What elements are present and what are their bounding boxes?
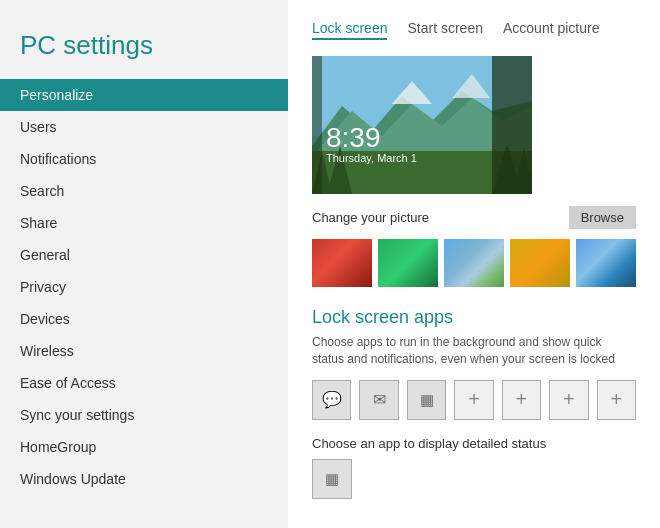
lock-screen-preview: 8:39 Thursday, March 1 (312, 56, 532, 194)
lock-screen-time-display: 8:39 Thursday, March 1 (326, 124, 417, 164)
app-add-button-4[interactable]: + (597, 380, 636, 420)
sidebar-item-share[interactable]: Share (0, 207, 288, 239)
sidebar-item-ease-of-access[interactable]: Ease of Access (0, 367, 288, 399)
chat-icon: 💬 (322, 390, 342, 409)
thumbnail-2[interactable] (378, 239, 438, 287)
sidebar-item-notifications[interactable]: Notifications (0, 143, 288, 175)
thumbnail-4[interactable] (510, 239, 570, 287)
tab-lock-screen[interactable]: Lock screen (312, 20, 387, 40)
calendar-icon: ▦ (420, 391, 434, 409)
tabs-bar: Lock screen Start screen Account picture (312, 20, 636, 40)
lock-screen-apps-row: 💬 ✉ ▦ + + + + (312, 380, 636, 420)
app-add-button-3[interactable]: + (549, 380, 588, 420)
lock-screen-time-value: 8:39 (326, 124, 417, 152)
add-icon-4: + (610, 388, 622, 411)
sidebar-item-users[interactable]: Users (0, 111, 288, 143)
app-icon-calendar[interactable]: ▦ (407, 380, 446, 420)
sidebar-item-search[interactable]: Search (0, 175, 288, 207)
sidebar-item-general[interactable]: General (0, 239, 288, 271)
change-picture-label: Change your picture (312, 210, 429, 225)
sidebar-item-privacy[interactable]: Privacy (0, 271, 288, 303)
detailed-status-app-icon[interactable]: ▦ (312, 459, 352, 499)
browse-button[interactable]: Browse (569, 206, 636, 229)
app-add-button-1[interactable]: + (454, 380, 493, 420)
app-icon-chat[interactable]: 💬 (312, 380, 351, 420)
main-content: Lock screen Start screen Account picture (288, 0, 660, 528)
sidebar-item-sync-your-settings[interactable]: Sync your settings (0, 399, 288, 431)
sidebar-item-devices[interactable]: Devices (0, 303, 288, 335)
lock-screen-apps-desc: Choose apps to run in the background and… (312, 334, 632, 368)
change-picture-row: Change your picture Browse (312, 206, 636, 229)
add-icon-3: + (563, 388, 575, 411)
add-icon-2: + (516, 388, 528, 411)
mail-icon: ✉ (373, 390, 386, 409)
sidebar: PC settings Personalize Users Notificati… (0, 0, 288, 528)
sidebar-item-homegroup[interactable]: HomeGroup (0, 431, 288, 463)
app-add-button-2[interactable]: + (502, 380, 541, 420)
detailed-status-label: Choose an app to display detailed status (312, 436, 636, 451)
thumbnail-5[interactable] (576, 239, 636, 287)
lock-screen-date-value: Thursday, March 1 (326, 152, 417, 164)
sidebar-item-windows-update[interactable]: Windows Update (0, 463, 288, 495)
add-icon-1: + (468, 388, 480, 411)
lock-screen-apps-title: Lock screen apps (312, 307, 636, 328)
tab-start-screen[interactable]: Start screen (407, 20, 482, 40)
svg-rect-12 (312, 56, 322, 194)
sidebar-item-personalize[interactable]: Personalize (0, 79, 288, 111)
detail-app-icon: ▦ (325, 470, 339, 488)
tab-account-picture[interactable]: Account picture (503, 20, 600, 40)
app-title: PC settings (0, 20, 288, 79)
sidebar-item-wireless[interactable]: Wireless (0, 335, 288, 367)
thumbnail-1[interactable] (312, 239, 372, 287)
thumbnail-3[interactable] (444, 239, 504, 287)
picture-thumbnails (312, 239, 636, 287)
svg-rect-11 (492, 56, 532, 194)
app-icon-mail[interactable]: ✉ (359, 380, 398, 420)
